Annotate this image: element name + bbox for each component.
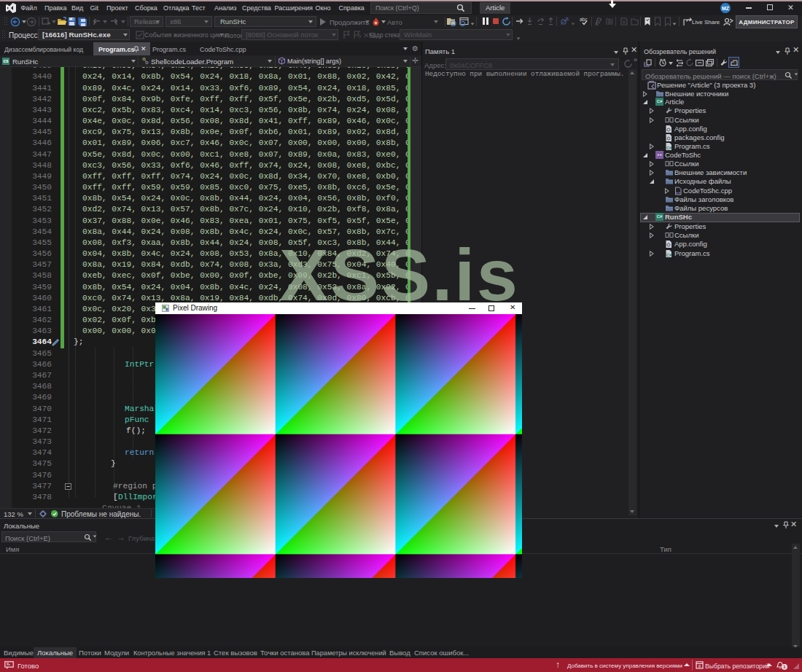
- svg-text:++: ++: [676, 190, 682, 194]
- svg-text:C#: C#: [666, 145, 671, 149]
- svg-text:C#: C#: [666, 252, 671, 257]
